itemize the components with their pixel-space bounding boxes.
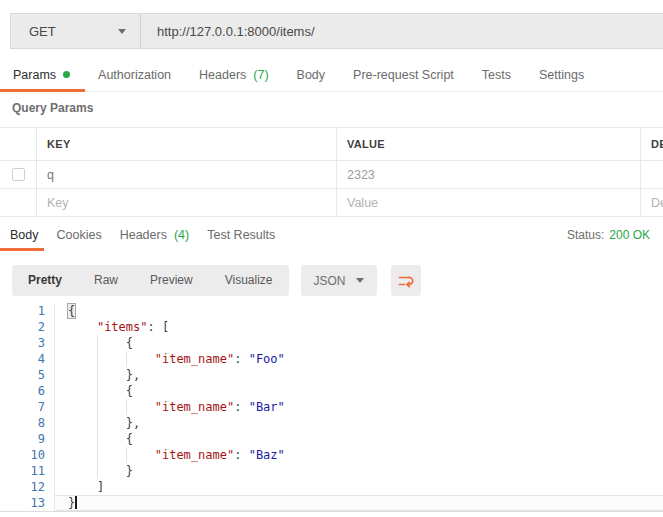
indent-guide bbox=[97, 367, 98, 383]
param-key-input[interactable]: q bbox=[36, 161, 336, 188]
line-number: 4 bbox=[0, 351, 55, 367]
tab-label: Headers bbox=[199, 68, 246, 82]
url-input[interactable]: http://127.0.0.1:8000/items/ bbox=[141, 14, 663, 48]
text-cursor bbox=[75, 496, 77, 509]
chevron-down-icon bbox=[118, 29, 126, 34]
line-number: 8 bbox=[0, 415, 55, 431]
code-line: 13} bbox=[0, 495, 663, 511]
view-button-raw[interactable]: Raw bbox=[78, 265, 134, 296]
tab-label: Cookies bbox=[57, 228, 102, 242]
response-tab-cookies[interactable]: Cookies bbox=[57, 228, 102, 242]
code-line: 2 "items": [ bbox=[0, 319, 663, 335]
tab-label: Headers bbox=[120, 228, 167, 242]
param-checkbox-cell bbox=[0, 189, 36, 216]
response-body-editor[interactable]: 1{2 "items": [3 {4 "item_name": "Foo"5 }… bbox=[0, 303, 663, 512]
param-row: q2323 bbox=[0, 161, 663, 189]
code-line: 6 { bbox=[0, 383, 663, 399]
line-number: 3 bbox=[0, 335, 55, 351]
param-checkbox-cell bbox=[0, 161, 36, 188]
response-tab-body[interactable]: Body bbox=[10, 228, 39, 242]
line-number: 11 bbox=[0, 463, 55, 479]
code-line: 5 }, bbox=[0, 367, 663, 383]
line-number: 12 bbox=[0, 479, 55, 495]
indent-guide bbox=[97, 335, 98, 351]
query-params-table: KEYVALUEDESCRIPTIONq2323KeyValueDescript… bbox=[0, 127, 663, 217]
line-number: 10 bbox=[0, 447, 55, 463]
params-active-dot-icon bbox=[63, 71, 70, 78]
wrap-text-button[interactable] bbox=[391, 265, 421, 296]
view-button-pretty[interactable]: Pretty bbox=[12, 265, 78, 296]
view-button-preview[interactable]: Preview bbox=[134, 265, 209, 296]
indent-guide bbox=[97, 447, 98, 463]
response-tab-headers[interactable]: Headers(4) bbox=[120, 228, 190, 242]
indent-guide bbox=[97, 351, 98, 367]
status-label: Status: bbox=[567, 228, 604, 242]
line-number: 13 bbox=[0, 495, 55, 511]
code-line: 1{ bbox=[0, 303, 663, 319]
response-tab-test-results[interactable]: Test Results bbox=[207, 228, 275, 242]
response-status: Status: 200 OK bbox=[567, 218, 650, 252]
method-label: GET bbox=[29, 24, 56, 39]
tab-authorization[interactable]: Authorization bbox=[98, 68, 171, 82]
line-number: 9 bbox=[0, 431, 55, 447]
wrap-text-icon bbox=[397, 272, 415, 290]
tab-settings[interactable]: Settings bbox=[539, 68, 584, 82]
view-mode-group: PrettyRawPreviewVisualize bbox=[12, 265, 289, 296]
format-dropdown[interactable]: JSON bbox=[301, 265, 377, 296]
line-number: 6 bbox=[0, 383, 55, 399]
tab-label: Authorization bbox=[98, 68, 171, 82]
tab-label: Test Results bbox=[207, 228, 275, 242]
param-checkbox[interactable] bbox=[12, 168, 25, 181]
tab-headers[interactable]: Headers(7) bbox=[199, 68, 269, 82]
response-tabs: BodyCookiesHeaders(4)Test Results Status… bbox=[0, 218, 663, 252]
tab-label: Settings bbox=[539, 68, 584, 82]
code-line: 9 { bbox=[0, 431, 663, 447]
param-value-input[interactable]: 2323 bbox=[336, 161, 640, 188]
request-url-bar: GET http://127.0.0.1:8000/items/ bbox=[10, 13, 663, 49]
request-tabs: ParamsAuthorizationHeaders(7)BodyPre-req… bbox=[0, 58, 663, 92]
code-line: 8 }, bbox=[0, 415, 663, 431]
tab-label: Tests bbox=[482, 68, 511, 82]
tab-pre-request-script[interactable]: Pre-request Script bbox=[353, 68, 454, 82]
checkbox-column-header bbox=[0, 128, 36, 160]
chevron-down-icon bbox=[356, 278, 364, 283]
code-line: 4 "item_name": "Foo" bbox=[0, 351, 663, 367]
param-row: KeyValueDescription bbox=[0, 189, 663, 217]
tab-label: Body bbox=[10, 228, 39, 242]
method-dropdown[interactable]: GET bbox=[11, 14, 141, 48]
param-value-input[interactable]: Value bbox=[336, 189, 640, 216]
code-line: 11 } bbox=[0, 463, 663, 479]
tab-tests[interactable]: Tests bbox=[482, 68, 511, 82]
view-button-visualize[interactable]: Visualize bbox=[209, 265, 289, 296]
format-label: JSON bbox=[314, 274, 346, 288]
indent-guide bbox=[97, 399, 98, 415]
url-text: http://127.0.0.1:8000/items/ bbox=[157, 24, 315, 39]
line-number: 7 bbox=[0, 399, 55, 415]
params-header-row: KEYVALUEDESCRIPTION bbox=[0, 127, 663, 161]
code-line: 7 "item_name": "Bar" bbox=[0, 399, 663, 415]
matched-bracket-highlight: { bbox=[67, 303, 76, 319]
line-number: 5 bbox=[0, 367, 55, 383]
param-description-input[interactable]: Description bbox=[640, 189, 663, 216]
code-line: 3 { bbox=[0, 335, 663, 351]
indent-guide bbox=[97, 463, 98, 479]
param-description-input[interactable] bbox=[640, 161, 663, 188]
status-code-badge: 200 OK bbox=[609, 228, 650, 242]
indent-guide bbox=[97, 383, 98, 399]
code-line: 12 ] bbox=[0, 479, 663, 495]
line-number: 1 bbox=[0, 303, 55, 319]
tab-body[interactable]: Body bbox=[297, 68, 326, 82]
tab-label: Params bbox=[13, 68, 56, 82]
column-header-description: DESCRIPTION bbox=[640, 128, 663, 160]
indent-guide bbox=[97, 415, 98, 431]
indent-guide bbox=[97, 431, 98, 447]
column-header-value: VALUE bbox=[336, 128, 640, 160]
line-number: 2 bbox=[0, 319, 55, 335]
tab-count-badge: (4) bbox=[174, 228, 189, 242]
param-key-input[interactable]: Key bbox=[36, 189, 336, 216]
indent-guide bbox=[126, 399, 127, 415]
tab-label: Body bbox=[297, 68, 326, 82]
indent-guide bbox=[126, 351, 127, 367]
indent-guide bbox=[126, 447, 127, 463]
tab-params[interactable]: Params bbox=[13, 68, 70, 82]
